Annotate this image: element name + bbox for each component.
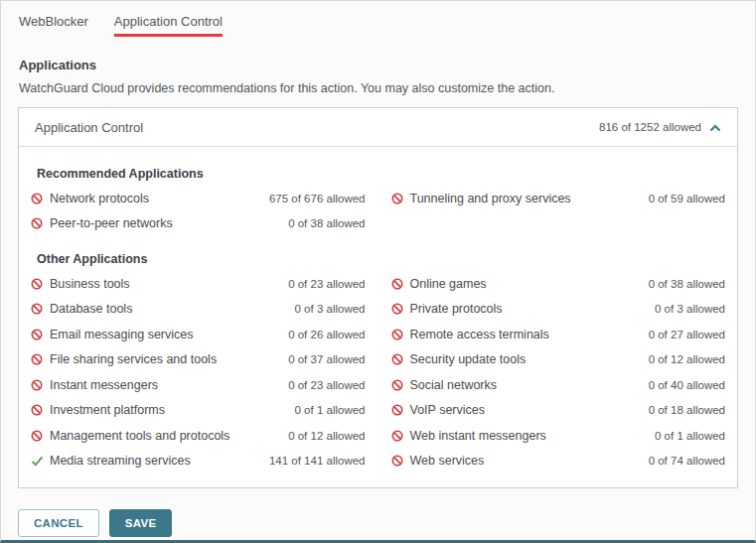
allowed-count: 0 of 40 allowed bbox=[649, 379, 725, 391]
allowed-count-summary: 816 of 1252 allowed bbox=[599, 121, 701, 133]
allowed-count: 0 of 59 allowed bbox=[649, 193, 725, 204]
prohibition-icon bbox=[31, 217, 44, 229]
allowed-count: 0 of 74 allowed bbox=[649, 455, 725, 467]
category-label: Database tools bbox=[50, 302, 295, 316]
allowed-count: 0 of 23 allowed bbox=[288, 278, 365, 290]
panel-header[interactable]: Application Control 816 of 1252 allowed bbox=[19, 108, 737, 147]
applications-grid: Network protocols675 of 676 allowedTunne… bbox=[31, 186, 725, 236]
allowed-count: 0 of 38 allowed bbox=[288, 217, 365, 229]
allowed-count: 0 of 23 allowed bbox=[288, 379, 365, 391]
save-button[interactable]: SAVE bbox=[109, 509, 173, 537]
allowed-count: 141 of 141 allowed bbox=[269, 455, 366, 467]
prohibition-icon bbox=[31, 278, 44, 290]
application-category-row[interactable]: Investment platforms0 of 1 allowed bbox=[31, 398, 366, 424]
section-title: Recommended Applications bbox=[37, 167, 719, 181]
prohibition-icon bbox=[31, 193, 44, 204]
category-label: Network protocols bbox=[50, 192, 269, 205]
prohibition-icon bbox=[31, 353, 44, 365]
category-label: Tunneling and proxy services bbox=[410, 192, 649, 205]
category-label: Business tools bbox=[50, 277, 288, 291]
page-description: WatchGuard Cloud provides recommendation… bbox=[19, 81, 737, 95]
category-label: Social networks bbox=[410, 378, 649, 392]
allowed-count: 0 of 27 allowed bbox=[649, 329, 725, 340]
category-label: Web services bbox=[410, 454, 649, 468]
panel-summary: 816 of 1252 allowed bbox=[599, 118, 721, 136]
allowed-count: 0 of 1 allowed bbox=[295, 404, 366, 416]
allowed-count: 0 of 26 allowed bbox=[288, 329, 365, 340]
category-label: Email messaging services bbox=[50, 328, 288, 341]
panel-title: Application Control bbox=[35, 120, 143, 135]
section-title: Other Applications bbox=[37, 252, 719, 266]
prohibition-icon bbox=[391, 379, 404, 391]
application-category-row[interactable]: Security update tools0 of 12 allowed bbox=[391, 347, 726, 373]
prohibition-icon bbox=[391, 193, 404, 204]
footer-actions: CANCEL SAVE bbox=[18, 509, 738, 537]
tab-bar: WebBlocker Application Control bbox=[1, 1, 755, 37]
prohibition-icon bbox=[31, 430, 44, 442]
category-label: Investment platforms bbox=[50, 403, 295, 417]
prohibition-icon bbox=[31, 404, 44, 416]
chevron-up-icon[interactable] bbox=[709, 118, 721, 136]
prohibition-icon bbox=[391, 329, 404, 340]
application-category-row[interactable]: Email messaging services0 of 26 allowed bbox=[31, 322, 366, 347]
prohibition-icon bbox=[31, 329, 44, 340]
application-category-row[interactable]: Online games0 of 38 allowed bbox=[391, 271, 726, 297]
category-label: Private protocols bbox=[410, 302, 656, 316]
application-category-row[interactable]: Instant messengers0 of 23 allowed bbox=[31, 372, 366, 398]
application-category-row[interactable]: Media streaming services141 of 141 allow… bbox=[31, 449, 366, 475]
application-category-row[interactable]: Database tools0 of 3 allowed bbox=[31, 297, 366, 323]
application-control-page: WebBlocker Application Control Applicati… bbox=[0, 0, 756, 543]
panel-sections: Recommended ApplicationsNetwork protocol… bbox=[19, 147, 737, 487]
application-category-row[interactable]: Peer-to-peer networks0 of 38 allowed bbox=[31, 211, 366, 237]
category-label: Remote access terminals bbox=[410, 328, 649, 341]
prohibition-icon bbox=[391, 303, 404, 315]
category-label: VoIP services bbox=[410, 403, 649, 417]
application-category-row[interactable]: Web instant messengers0 of 1 allowed bbox=[391, 423, 726, 449]
application-category-row[interactable]: Network protocols675 of 676 allowed bbox=[31, 186, 366, 211]
category-label: Media streaming services bbox=[50, 454, 269, 468]
tab-webblocker[interactable]: WebBlocker bbox=[19, 14, 88, 37]
application-category-row[interactable]: VoIP services0 of 18 allowed bbox=[391, 398, 726, 424]
application-control-panel: Application Control 816 of 1252 allowed … bbox=[18, 107, 738, 488]
allowed-count: 0 of 37 allowed bbox=[288, 353, 365, 365]
prohibition-icon bbox=[391, 404, 404, 416]
allowed-count: 0 of 12 allowed bbox=[649, 353, 725, 365]
application-category-row[interactable]: Management tools and protocols0 of 12 al… bbox=[31, 423, 366, 449]
cancel-button[interactable]: CANCEL bbox=[18, 509, 99, 537]
allowed-count: 0 of 12 allowed bbox=[288, 430, 365, 442]
application-category-row[interactable]: Remote access terminals0 of 27 allowed bbox=[391, 322, 726, 347]
page-title: Applications bbox=[19, 58, 737, 72]
allowed-count: 0 of 1 allowed bbox=[655, 430, 725, 442]
allowed-count: 0 of 38 allowed bbox=[649, 278, 725, 290]
application-category-row[interactable]: Private protocols0 of 3 allowed bbox=[391, 297, 726, 323]
category-label: Management tools and protocols bbox=[50, 429, 288, 443]
prohibition-icon bbox=[391, 455, 404, 467]
allowed-count: 0 of 18 allowed bbox=[649, 404, 725, 416]
application-category-row[interactable]: Social networks0 of 40 allowed bbox=[391, 372, 726, 398]
category-label: File sharing services and tools bbox=[50, 352, 288, 366]
prohibition-icon bbox=[31, 303, 44, 315]
allowed-count: 0 of 3 allowed bbox=[295, 303, 366, 315]
application-category-row[interactable]: File sharing services and tools0 of 37 a… bbox=[31, 347, 366, 373]
application-category-row[interactable]: Tunneling and proxy services0 of 59 allo… bbox=[391, 186, 726, 211]
tab-application-control[interactable]: Application Control bbox=[114, 14, 223, 37]
applications-grid: Business tools0 of 23 allowedOnline game… bbox=[31, 271, 725, 474]
category-label: Security update tools bbox=[410, 352, 649, 366]
allowed-count: 675 of 676 allowed bbox=[269, 193, 366, 204]
prohibition-icon bbox=[391, 430, 404, 442]
prohibition-icon bbox=[391, 353, 404, 365]
prohibition-icon bbox=[31, 379, 44, 391]
category-label: Online games bbox=[410, 277, 649, 291]
category-label: Peer-to-peer networks bbox=[50, 216, 288, 230]
allowed-count: 0 of 3 allowed bbox=[655, 303, 725, 315]
application-category-row[interactable]: Business tools0 of 23 allowed bbox=[31, 271, 366, 297]
prohibition-icon bbox=[391, 278, 404, 290]
category-label: Web instant messengers bbox=[410, 429, 656, 443]
check-icon bbox=[31, 456, 44, 467]
category-label: Instant messengers bbox=[50, 378, 288, 392]
application-category-row[interactable]: Web services0 of 74 allowed bbox=[391, 449, 726, 475]
